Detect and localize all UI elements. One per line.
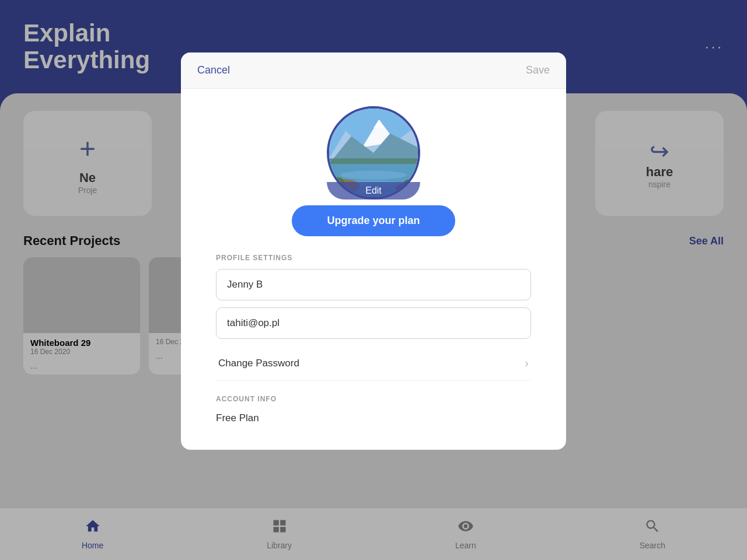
svg-point-7 (340, 170, 407, 179)
avatar-section: Edit Upgrade your plan (216, 106, 531, 236)
plan-label: Free Plan (216, 410, 531, 426)
email-input[interactable] (216, 307, 531, 339)
avatar-container: Edit (327, 106, 420, 200)
chevron-right-icon: › (525, 356, 529, 370)
svg-rect-5 (329, 159, 418, 164)
cancel-button[interactable]: Cancel (197, 64, 230, 76)
upgrade-button[interactable]: Upgrade your plan (292, 205, 455, 236)
change-password-label: Change Password (218, 358, 299, 369)
edit-avatar-label[interactable]: Edit (327, 182, 420, 200)
profile-section-label: PROFILE SETTINGS (216, 254, 531, 262)
modal-body: Edit Upgrade your plan PROFILE SETTINGS … (181, 89, 566, 450)
name-input[interactable] (216, 269, 531, 300)
profile-modal: Cancel Save (181, 52, 566, 450)
save-button[interactable]: Save (526, 64, 550, 76)
change-password-row[interactable]: Change Password › (216, 346, 531, 381)
account-section-label: ACCOUNT INFO (216, 395, 531, 403)
modal-header: Cancel Save (181, 52, 566, 89)
modal-overlay: Cancel Save (0, 0, 747, 560)
